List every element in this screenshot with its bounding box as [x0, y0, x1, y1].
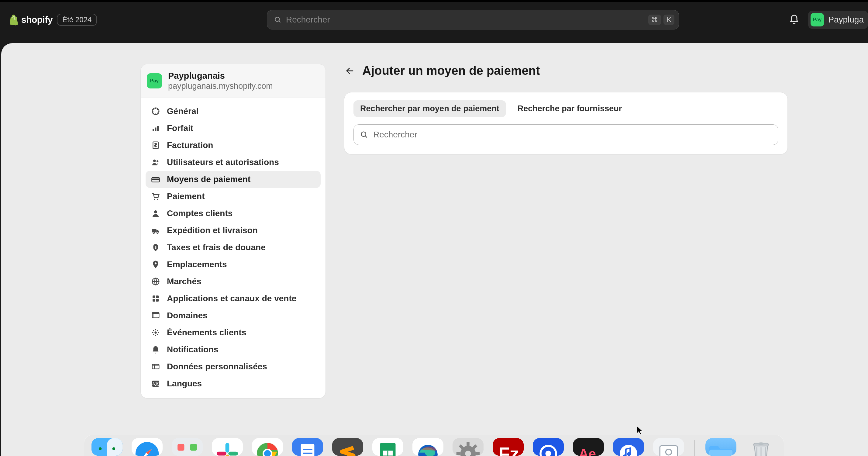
- search-icon: [274, 16, 282, 24]
- store-name: Paypluganais: [168, 71, 273, 81]
- dock-sheets[interactable]: [372, 438, 403, 456]
- svg-line-45: [460, 445, 463, 448]
- sidebar-item-domains[interactable]: Domaines: [146, 307, 321, 324]
- dock-finder[interactable]: [91, 438, 122, 456]
- sidebar-item-customer-events[interactable]: Événements clients: [146, 324, 321, 341]
- sidebar-item-customer-accounts[interactable]: Comptes clients: [146, 205, 321, 222]
- svg-rect-19: [225, 443, 229, 453]
- sidebar-item-payments[interactable]: Moyens de paiement: [146, 171, 321, 188]
- sidebar-item-label: Expédition et livraison: [167, 225, 258, 235]
- shopify-logo[interactable]: shopify: [8, 14, 53, 26]
- sidebar-item-apps[interactable]: Applications et canaux de vente: [146, 290, 321, 307]
- profile-name: Paypluga: [828, 15, 864, 25]
- dock-screenshot[interactable]: [653, 438, 684, 456]
- search-icon: [360, 130, 368, 139]
- arrow-left-icon: [345, 66, 354, 75]
- sidebar-item-plan[interactable]: Forfait: [146, 120, 321, 137]
- sidebar-item-checkout[interactable]: Paiement: [146, 188, 321, 205]
- dock-launchpad[interactable]: [172, 438, 203, 456]
- sidebar-item-label: Paiement: [167, 191, 205, 201]
- sidebar-item-taxes[interactable]: Taxes et frais de douane: [146, 239, 321, 256]
- dock-safari[interactable]: [132, 438, 163, 456]
- sidebar-item-label: Langues: [167, 379, 202, 389]
- dock-auth[interactable]: [533, 438, 564, 456]
- profile-chip[interactable]: Pay Paypluga: [808, 11, 868, 29]
- topbar: shopify Été 2024 ⌘ K Pay Paypluga: [0, 0, 868, 38]
- dock-settings[interactable]: [453, 438, 484, 456]
- sidebar-item-notifications[interactable]: Notifications: [146, 341, 321, 358]
- sidebar-item-shipping[interactable]: Expédition et livraison: [146, 222, 321, 239]
- customer-accounts-icon: [151, 209, 160, 218]
- sidebar-item-label: Données personnalisées: [167, 362, 267, 371]
- page-surface: Pay Paypluganais paypluganais.myshopify.…: [1, 43, 868, 456]
- plan-icon: [151, 124, 160, 133]
- users-icon: [151, 158, 160, 167]
- back-button[interactable]: [344, 65, 355, 77]
- sidebar-item-custom-data[interactable]: Données personnalisées: [146, 358, 321, 375]
- svg-rect-29: [303, 449, 312, 450]
- apps-icon: [151, 294, 160, 303]
- dock-chrome[interactable]: [252, 438, 283, 456]
- svg-rect-6: [107, 438, 122, 456]
- dock-slack[interactable]: [212, 438, 243, 456]
- sidebar-item-markets[interactable]: Marchés: [146, 273, 321, 290]
- tabs: Rechercher par moyen de paiementRecherch…: [353, 100, 778, 117]
- dock-adobe[interactable]: Ae: [573, 438, 604, 456]
- sidebar-item-label: Taxes et frais de douane: [167, 243, 266, 252]
- dock-edge[interactable]: [412, 438, 443, 456]
- sidebar-item-languages[interactable]: Langues: [146, 375, 321, 392]
- checkout-icon: [151, 192, 160, 201]
- panel-search-input[interactable]: [373, 130, 772, 140]
- sidebar-item-label: Général: [167, 107, 198, 116]
- svg-rect-14: [178, 444, 184, 451]
- global-search-input[interactable]: [286, 15, 648, 25]
- avatar: Pay: [811, 13, 824, 26]
- sidebar-item-label: Événements clients: [167, 328, 246, 337]
- sidebar-item-label: Emplacements: [167, 260, 227, 269]
- store-domain: paypluganais.myshopify.com: [168, 82, 273, 91]
- season-badge[interactable]: Été 2024: [57, 14, 97, 26]
- settings-sidebar: Pay Paypluganais paypluganais.myshopify.…: [141, 64, 326, 399]
- sidebar-item-label: Notifications: [167, 345, 219, 355]
- svg-rect-63: [709, 450, 733, 456]
- svg-text:Ae: Ae: [579, 446, 596, 456]
- shipping-icon: [151, 226, 160, 235]
- dock-trash[interactable]: [746, 438, 777, 456]
- global-search[interactable]: ⌘ K: [267, 10, 679, 29]
- dock-music[interactable]: [613, 438, 644, 456]
- locations-icon: [151, 260, 160, 269]
- sidebar-item-label: Comptes clients: [167, 209, 232, 218]
- notifications-icon: [151, 345, 160, 354]
- sidebar-item-billing[interactable]: Facturation: [146, 137, 321, 154]
- brand-text: shopify: [21, 14, 53, 25]
- dock-separator: [694, 440, 695, 456]
- sidebar-item-locations[interactable]: Emplacements: [146, 256, 321, 273]
- svg-rect-22: [217, 452, 226, 456]
- page-head: Ajouter un moyen de paiement: [344, 64, 850, 78]
- svg-line-4: [365, 136, 367, 138]
- languages-icon: [151, 379, 160, 388]
- dock-docs[interactable]: [292, 438, 323, 456]
- payment-search-panel: Rechercher par moyen de paiementRecherch…: [344, 92, 788, 154]
- general-icon: [151, 107, 160, 116]
- svg-rect-59: [660, 446, 677, 456]
- topbar-right: Pay Paypluga: [789, 11, 868, 29]
- store-header[interactable]: Pay Paypluganais paypluganais.myshopify.…: [141, 64, 326, 98]
- notifications-icon[interactable]: [789, 14, 800, 25]
- domains-icon: [151, 311, 160, 320]
- sidebar-item-users[interactable]: Utilisateurs et autorisations: [146, 154, 321, 171]
- tab-by-provider[interactable]: Recherche par fournisseur: [511, 100, 629, 117]
- panel-search[interactable]: [353, 124, 778, 145]
- billing-icon: [151, 141, 160, 150]
- tab-by-method[interactable]: Rechercher par moyen de paiement: [353, 100, 506, 117]
- dock-sublime[interactable]: [332, 438, 363, 456]
- kbd-key: K: [663, 14, 674, 25]
- svg-rect-15: [190, 444, 197, 451]
- sidebar-item-label: Moyens de paiement: [167, 175, 250, 184]
- svg-point-7: [99, 447, 102, 450]
- dock-filezilla[interactable]: Fz: [493, 438, 524, 456]
- sidebar-item-general[interactable]: Général: [146, 103, 321, 120]
- svg-point-0: [275, 17, 279, 21]
- svg-text:Fz: Fz: [498, 444, 519, 456]
- dock-folder[interactable]: [705, 438, 736, 456]
